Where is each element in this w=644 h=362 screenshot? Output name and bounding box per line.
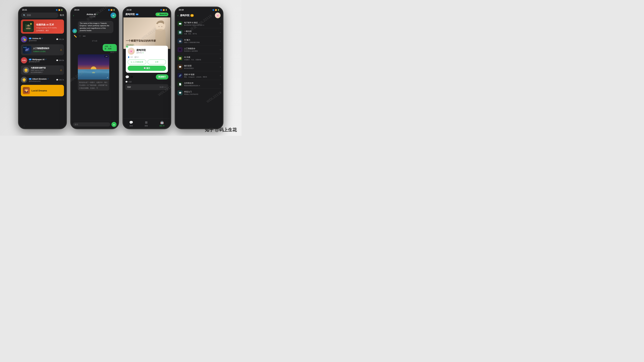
settings-files-arrow: › <box>220 83 220 85</box>
settings-instructions[interactable]: ⊞ 人工智能指令 告诉你的 AI 如何表现 › <box>178 45 220 54</box>
boost-btn[interactable]: ⚡ Boost AI <box>156 12 168 16</box>
settings-chat-bg[interactable]: 💬 聊天背景 聊天的背景图片 › <box>178 63 220 71</box>
settings-links-text: 您的 AI 链接 网站、Instagram、LinkedIn、博客等 <box>184 73 218 78</box>
anime-ai-handle: @animeai <box>29 39 54 41</box>
settings-charm-title: AI 魅力 <box>184 39 218 41</box>
phone4-status-bar: 23:19 🔵📶🔋 <box>176 7 222 12</box>
settings-general-title: 一般信息 <box>184 30 218 33</box>
appearance-icon-box: 🖼️ <box>178 56 182 61</box>
files-icon: 📄 <box>179 83 182 85</box>
settings-files[interactable]: 📄 文件和文件 根据您的数据训练您的 AI › <box>178 80 220 89</box>
chat-input-bar: ▲ <box>71 120 118 128</box>
settings-appearance[interactable]: 🖼️ AI 外观 封面图片、引文、话题标签 › <box>178 54 220 63</box>
settings-back-btn[interactable]: ‹ <box>178 14 178 17</box>
nav-item-explore[interactable]: ⊞ 探索 <box>145 120 148 127</box>
search-input-box[interactable]: 🔍 搜索 <box>21 12 58 18</box>
share-btn[interactable]: 分享 <box>148 59 166 64</box>
phone4-time: 23:19 <box>179 9 184 11</box>
image-expand-icon[interactable]: ⤢ <box>107 76 108 78</box>
einstein-avatar: 👴 <box>23 67 29 73</box>
svg-point-4 <box>30 23 32 25</box>
nav-my-ai-icon: 🤖 <box>160 120 164 124</box>
msg-actions: ✏️ ♡ ••• <box>72 34 117 38</box>
phone1-time: 23:21 <box>22 9 27 11</box>
settings-general-sub: 头像、姓名、用户名 <box>184 33 218 35</box>
check-icon: ✓✓ <box>164 86 166 88</box>
profile-card-stats: 👤 <10 💬 12 <box>128 56 166 58</box>
email-icon-box: ✉️ <box>178 21 182 26</box>
svg-point-10 <box>161 26 162 27</box>
general-icon-box: ℹ️ <box>178 30 182 35</box>
nav-item-my-ai[interactable]: 🤖 我的 AI <box>160 120 164 127</box>
featured-card-title: 动漫风格 AI 艺术 <box>36 23 57 26</box>
anime-ai-list-item[interactable]: 🎭 AI Anime AI ✓ @animeai 💬 <box>19 35 66 44</box>
settings-email[interactable]: ✉️ 电子邮件 & 验证 验证您的电子邮件以公开您的 AI › <box>178 19 220 28</box>
settings-conversation[interactable]: 💬 对话入门 帮助他人与你开始对话 › <box>178 89 220 97</box>
wallpaper-ai-count: 💬 384.9k <box>56 59 64 61</box>
phone1-status-bar: 23:21 🔵📶🔋 <box>19 7 66 12</box>
albert-ai-count: 💬 299.7k <box>56 79 64 81</box>
search-cancel-btn[interactable]: 取消 <box>60 14 64 17</box>
wallpaper-card[interactable]: 9:41 🌌 人工智能壁纸制作 为我制作太空壁纸 ⚠ <box>21 44 64 55</box>
settings-conversation-text: 对话入门 帮助他人与你开始对话 <box>184 90 218 95</box>
search-bar: 🔍 搜索 取消 <box>21 12 64 18</box>
chat-header: ‹ Anime AI ✓ 人工智能 AI <box>71 12 118 20</box>
conversation-icon-box: 💬 <box>178 90 182 95</box>
search-placeholder: 搜索 <box>27 14 31 17</box>
nav-item-assistant[interactable]: 💬 助理 <box>129 120 133 127</box>
profile-card-actions: 让 人工智能设置 分享 <box>128 59 166 64</box>
recent-chat-item[interactable]: 你好 11:22 ✓✓ <box>125 84 168 90</box>
edit-action[interactable]: ✏️ <box>74 35 77 38</box>
nav-my-ai-label: 我的 AI <box>160 125 164 127</box>
profile-hero: 一个精通宇宙知识的科学家 #yuzhou <box>124 17 170 49</box>
chat-input-field[interactable] <box>73 122 110 126</box>
einstein-card[interactable]: 👴 与爱因斯坦聊宇宙 #物理 #genius #科学 你支持希特勒吗？ ⚠ <box>21 65 64 75</box>
featured-anime-card[interactable]: 动漫风格 AI 艺术 #image #painting #艺术 #stabili… <box>21 19 64 34</box>
msg-outgoing-1: 夕阳，大海，海滩 23:12 ✓✓ <box>99 44 117 53</box>
einstein-info: 与爱因斯坦聊宇宙 #物理 #genius #科学 你支持希特勒吗？ <box>31 67 58 73</box>
send-button[interactable]: ▲ <box>112 122 116 127</box>
msg-time-1: 23:12 ✓✓ <box>110 51 117 53</box>
instructions-icon: ⊞ <box>179 48 181 51</box>
settings-links[interactable]: 🔗 您的 AI 链接 网站、Instagram、LinkedIn、博客等 › <box>178 71 220 80</box>
phone3-status-bar: 23:18 🔵📶🔋 <box>124 7 170 12</box>
albert-ai-list-item[interactable]: 👴 AI Albert Einstein ✓ @thedopeyone 💬 <box>19 75 66 84</box>
settings-title-area: 鹿鸣学院 调 <box>180 14 213 17</box>
settings-conversation-arrow: › <box>220 92 220 94</box>
settings-charm-arrow: › <box>220 40 220 42</box>
phone1-wrapper: 23:21 🔵📶🔋 🔍 搜索 取消 <box>18 6 67 129</box>
wallpaper-ai-verified: ✓ <box>45 58 46 60</box>
image-count: 1/4 <box>104 55 108 57</box>
read-chat-btn[interactable]: 阅读聊天 <box>156 74 168 79</box>
charm-icon: 🤖 <box>179 40 182 42</box>
anime-ai-badge: AI <box>29 37 32 39</box>
settings-header: ‹ 鹿鸣学院 调 🌸 <box>176 12 222 19</box>
settings-chat-bg-sub: 聊天的背景图片 <box>184 67 218 69</box>
wallpaper-ai-list-item[interactable]: 9:41 📱 AI Wallpaper AI ✓ @wallpaperAI <box>19 56 66 65</box>
more-action[interactable]: ••• <box>83 35 86 38</box>
wallpaper-ai-info: AI Wallpaper AI ✓ @wallpaperAI <box>29 58 54 62</box>
profile-card-handle: @limily ● <box>136 52 146 53</box>
like-action[interactable]: ♡ <box>79 35 81 38</box>
phone4-wrapper: 23:19 🔵📶🔋 ‹ 鹿鸣学院 调 🌸 <box>175 6 224 129</box>
phone3-time: 23:18 <box>126 9 132 11</box>
chat-back-btn[interactable]: ‹ <box>73 14 74 17</box>
profile-card-verified: ● <box>142 52 144 53</box>
wallpaper-card-sub: 为我制作太空壁纸 <box>33 50 49 53</box>
ai-settings-btn[interactable]: 让 人工智能设置 <box>128 59 146 64</box>
chat-preview-area: 💬 ⟳ 阅读聊天 💬 <10 你好 <box>124 73 170 118</box>
chat-avatar: AI <box>110 12 116 18</box>
nav-explore-label: 探索 <box>145 125 148 127</box>
settings-charm[interactable]: 🤖 AI 魅力 调整人工智能的聊天风格 › <box>178 37 220 45</box>
followers-count: 👤 <10 <box>128 56 133 58</box>
profile-header: 鹿鸣学院 AI ⚡ Boost AI <box>124 12 170 17</box>
profile-card-header: 🌸 AI 鹿鸣学院 @limily ● <box>128 48 166 55</box>
phone3: 23:18 🔵📶🔋 鹿鸣学院 AI ⚡ Boost AI <box>122 6 171 129</box>
settings-general[interactable]: ℹ️ 一般信息 头像、姓名、用户名 › <box>178 28 220 37</box>
albert-ai-verified: ✓ <box>47 78 49 80</box>
lucid-dreams-card[interactable]: 🌄 Lucid Dreams <box>21 85 64 96</box>
chat-btn[interactable]: 💬 聊天 <box>128 66 166 71</box>
icon-share: ⟳ <box>130 75 133 79</box>
einstein-alert: ⚠ <box>60 69 62 71</box>
settings-charm-text: AI 魅力 调整人工智能的聊天风格 <box>184 39 218 43</box>
